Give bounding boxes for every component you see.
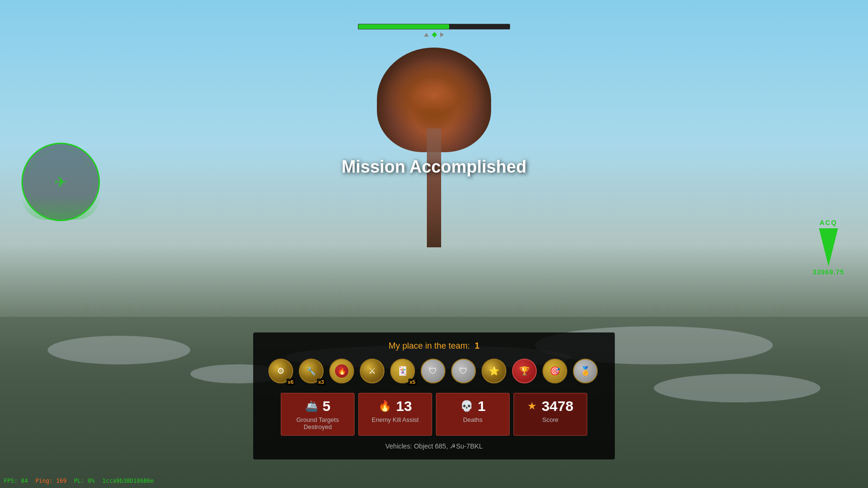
explosion-visual bbox=[372, 48, 496, 247]
medal-5: 🃏 x5 bbox=[390, 359, 417, 385]
ship-icon: 🚢 bbox=[305, 400, 318, 412]
medal-3: 🔥 bbox=[329, 359, 356, 385]
hud-triangle-left bbox=[424, 33, 429, 37]
team-place-value: 1 bbox=[475, 341, 480, 351]
medal-circle-4: ⚔ bbox=[360, 359, 385, 383]
medal-2: 🔧 x3 bbox=[299, 359, 326, 385]
debug-session: 1cca9b30D186B6e bbox=[102, 478, 154, 484]
medal-circle-7: 🛡 bbox=[451, 359, 476, 383]
medal-11: 🏅 bbox=[573, 359, 600, 385]
medal-icon-6: 🛡 bbox=[429, 366, 437, 376]
hud-indicators bbox=[424, 32, 444, 37]
team-place: My place in the team: 1 bbox=[265, 341, 603, 351]
medal-icon-11: 🏅 bbox=[580, 366, 591, 376]
stat-label-2: Enemy Kill Assist bbox=[372, 416, 419, 423]
acq-arrow bbox=[819, 228, 838, 266]
team-place-label: My place in the team: bbox=[388, 341, 470, 351]
medal-icon-3: 🔥 bbox=[338, 367, 346, 375]
skull-icon: 💀 bbox=[460, 400, 473, 412]
medal-9: 🏆 bbox=[512, 359, 539, 385]
medal-icon-1: ⚙ bbox=[277, 366, 285, 376]
hud-diamond bbox=[432, 32, 437, 37]
debug-ping: Ping: 169 bbox=[36, 478, 67, 484]
medal-icon-5: 🃏 bbox=[397, 366, 408, 376]
acq-indicator: ACQ 33969.75 bbox=[813, 219, 844, 276]
medal-multiplier-5: x5 bbox=[408, 379, 417, 385]
top-hud bbox=[358, 24, 510, 37]
medal-icon-10: 🎯 bbox=[550, 366, 560, 376]
stat-label-1: Ground TargetsDestroyed bbox=[296, 416, 339, 430]
stat-value-1: 5 bbox=[323, 398, 331, 414]
medal-7: 🛡 bbox=[451, 359, 478, 385]
mission-title: Mission Accomplished bbox=[342, 157, 527, 177]
medal-icon-4: ⚔ bbox=[368, 366, 376, 376]
acq-label: ACQ bbox=[819, 219, 837, 226]
medal-circle-9: 🏆 bbox=[512, 359, 537, 383]
stat-deaths: 💀 1 Deaths bbox=[436, 393, 510, 436]
explosion-stem bbox=[427, 128, 441, 247]
medals-row: ⚙ x6 🔧 x3 🔥 ⚔ 🃏 x5 bbox=[265, 359, 603, 385]
medal-circle-6: 🛡 bbox=[421, 359, 445, 383]
medal-4: ⚔ bbox=[360, 359, 386, 385]
health-bar-container bbox=[358, 24, 510, 29]
stat-value-2: 13 bbox=[396, 398, 412, 414]
medal-circle-11: 🏅 bbox=[573, 359, 598, 383]
stat-enemy-kill: 🔥 13 Enemy Kill Assist bbox=[358, 393, 432, 436]
stat-value-3: 1 bbox=[478, 398, 486, 414]
stat-top-2: 🔥 13 bbox=[378, 398, 412, 414]
medal-circle-8: ⭐ bbox=[482, 359, 506, 383]
medal-circle-10: 🎯 bbox=[542, 359, 567, 383]
radar-plane-icon: ✈ bbox=[54, 173, 67, 191]
health-bar-fill bbox=[358, 24, 449, 29]
radar-inner: ✈ bbox=[28, 149, 94, 215]
stat-label-4: Score bbox=[542, 416, 559, 423]
stat-top-4: ★ 3478 bbox=[527, 398, 573, 414]
medal-10: 🎯 bbox=[542, 359, 569, 385]
medal-6: 🛡 bbox=[421, 359, 447, 385]
stat-top-1: 🚢 5 bbox=[305, 398, 331, 414]
medal-multiplier-2: x3 bbox=[317, 379, 326, 385]
debug-bar: FPS: 84 Ping: 169 PL: 0% 1cca9b30D186B6e bbox=[4, 478, 154, 484]
fire-icon: 🔥 bbox=[378, 400, 391, 412]
medal-icon-8: ⭐ bbox=[489, 366, 499, 376]
stat-value-4: 3478 bbox=[542, 398, 573, 414]
star-icon: ★ bbox=[527, 400, 537, 412]
acq-value: 33969.75 bbox=[813, 268, 844, 276]
stat-score: ★ 3478 Score bbox=[513, 393, 587, 436]
medal-8: ⭐ bbox=[482, 359, 508, 385]
medal-icon-2: 🔧 bbox=[306, 367, 316, 376]
medal-icon-7: 🛡 bbox=[459, 366, 468, 376]
radar-display: ✈ bbox=[21, 143, 100, 221]
debug-pl: PL: 0% bbox=[74, 478, 95, 484]
vehicles-line: Vehicles: Object 685, ☭Su-7BKL bbox=[265, 442, 603, 450]
medal-multiplier-1: x6 bbox=[286, 379, 295, 385]
medal-icon-9: 🏆 bbox=[519, 366, 530, 376]
hud-triangle-right bbox=[440, 32, 444, 37]
debug-fps: FPS: 84 bbox=[4, 478, 28, 484]
stat-ground-targets: 🚢 5 Ground TargetsDestroyed bbox=[281, 393, 355, 436]
medal-1: ⚙ x6 bbox=[268, 359, 295, 385]
medal-circle-3: 🔥 bbox=[329, 359, 354, 383]
stat-label-3: Deaths bbox=[463, 416, 483, 423]
stats-row: 🚢 5 Ground TargetsDestroyed 🔥 13 Enemy K… bbox=[265, 393, 603, 436]
results-panel: My place in the team: 1 ⚙ x6 🔧 x3 🔥 bbox=[253, 332, 615, 459]
stat-top-3: 💀 1 bbox=[460, 398, 486, 414]
